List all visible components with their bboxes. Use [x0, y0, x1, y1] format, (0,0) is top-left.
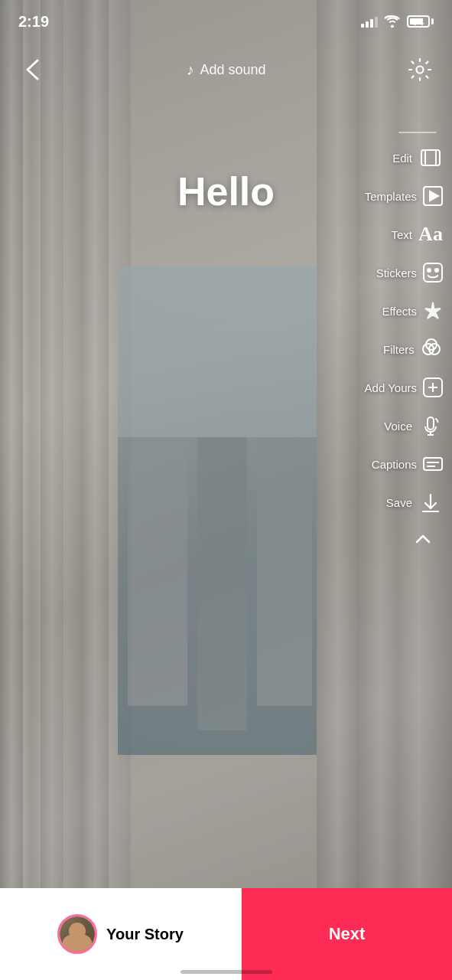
edit-label: Edit — [392, 152, 412, 165]
captions-icon — [421, 450, 444, 478]
save-tool-item[interactable]: Save — [383, 484, 444, 521]
signal-icon — [361, 15, 378, 28]
gear-icon — [408, 57, 432, 82]
add-yours-icon — [421, 374, 444, 401]
captions-tool-item[interactable]: Captions — [383, 446, 444, 482]
music-note-icon: ♪ — [186, 61, 193, 79]
top-bar: ♪ Add sound — [0, 43, 452, 96]
settings-button[interactable] — [403, 53, 437, 87]
svg-rect-6 — [424, 263, 442, 282]
templates-icon — [421, 182, 444, 210]
captions-label: Captions — [372, 458, 417, 471]
status-bar: 2:19 74 — [0, 0, 452, 43]
voice-label: Voice — [384, 420, 412, 433]
back-button[interactable] — [15, 53, 49, 87]
filters-label: Filters — [383, 343, 415, 356]
svg-point-0 — [416, 67, 423, 74]
effects-icon — [421, 297, 444, 325]
save-label: Save — [386, 496, 412, 509]
status-time: 2:19 — [18, 13, 49, 31]
status-icons: 74 — [361, 15, 434, 28]
filters-icon — [419, 335, 444, 363]
text-label: Text — [391, 228, 412, 241]
wifi-icon — [384, 15, 401, 28]
edit-tool-item[interactable]: Edit — [383, 139, 444, 176]
templates-label: Templates — [365, 190, 417, 203]
edit-icon — [417, 144, 444, 172]
filters-tool-item[interactable]: Filters — [383, 331, 444, 368]
add-yours-tool-item[interactable]: Add Yours — [383, 369, 444, 406]
text-tool-item[interactable]: Text Aa — [383, 216, 444, 253]
collapse-toolbar-button[interactable] — [409, 525, 437, 553]
svg-marker-5 — [430, 191, 438, 201]
next-label: Next — [329, 924, 366, 944]
your-story-label: Your Story — [106, 926, 184, 943]
effects-label: Effects — [382, 305, 417, 318]
add-sound-button[interactable]: ♪ Add sound — [186, 61, 265, 79]
svg-point-7 — [428, 269, 431, 272]
your-story-button[interactable]: Your Story — [0, 888, 242, 980]
stickers-icon — [421, 259, 444, 286]
text-icon: Aa — [417, 220, 444, 248]
stickers-tool-item[interactable]: Stickers — [383, 254, 444, 291]
battery-icon: 74 — [407, 15, 434, 28]
add-yours-label: Add Yours — [365, 381, 417, 394]
svg-point-8 — [435, 269, 438, 272]
next-button[interactable]: Next — [242, 888, 452, 980]
home-indicator — [180, 970, 272, 974]
effects-tool-item[interactable]: Effects — [383, 292, 444, 329]
voice-icon — [417, 412, 444, 439]
add-sound-label: Add sound — [200, 62, 265, 78]
svg-rect-1 — [421, 150, 440, 165]
voice-tool-item[interactable]: Voice — [383, 407, 444, 444]
svg-rect-17 — [424, 458, 442, 470]
right-toolbar: Edit Templates Text Aa Stickers — [383, 130, 452, 553]
avatar — [57, 914, 97, 954]
bottom-action-bar: Your Story Next — [0, 888, 452, 980]
stickers-label: Stickers — [376, 266, 417, 279]
save-icon — [417, 488, 444, 516]
toolbar-divider — [398, 132, 437, 133]
templates-tool-item[interactable]: Templates — [383, 178, 444, 214]
